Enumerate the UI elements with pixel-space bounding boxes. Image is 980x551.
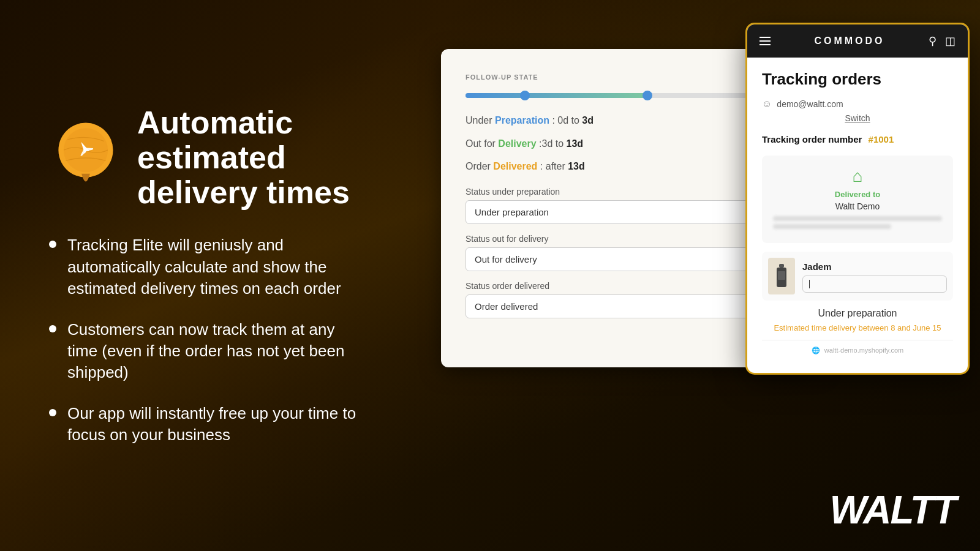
user-email-row: ☺ demo@waltt.com xyxy=(762,99,953,110)
order-number-row: Tracking order number #1001 xyxy=(762,134,953,144)
globe-icon: 🌐 xyxy=(812,347,820,354)
bullet-dot-3 xyxy=(49,409,56,416)
bullet-text-3: Our app will instantly free up your time… xyxy=(67,403,361,446)
store-url-row: 🌐 waltt-demo.myshopify.com xyxy=(762,340,953,361)
field-input-preparation[interactable]: Under preparation xyxy=(466,200,796,224)
svg-rect-5 xyxy=(779,264,784,268)
svg-rect-7 xyxy=(778,271,785,280)
delivered-to-name: Waltt Demo xyxy=(773,201,942,211)
brand-name: COMMODO xyxy=(814,36,884,47)
blurred-address-line-1 xyxy=(773,216,942,221)
range-delivered: Order Delivered : after 13d xyxy=(466,159,796,174)
logo-title-row: Automatic estimated delivery times xyxy=(49,105,361,211)
under-preparation-status: Under preparation xyxy=(762,308,953,319)
bullet-list: Tracking Elite will geniusly and automat… xyxy=(49,234,361,446)
bullet-text-1: Tracking Elite will geniusly and automat… xyxy=(67,234,361,299)
product-thumbnail xyxy=(768,258,795,294)
field-label-delivered: Status order delivered xyxy=(466,281,796,291)
delivered-to-label: Delivered to xyxy=(773,190,942,199)
field-input-delivered[interactable]: Order delivered xyxy=(466,294,796,318)
delivery-highlight: Delivery xyxy=(498,138,536,149)
main-title: Automatic estimated delivery times xyxy=(137,105,361,211)
preparation-highlight: Preparation xyxy=(495,115,549,126)
bullet-dot xyxy=(49,241,56,248)
bullet-item-1: Tracking Elite will geniusly and automat… xyxy=(49,234,361,299)
user-email-text: demo@waltt.com xyxy=(777,99,843,109)
header-icons: ⚲ ◫ xyxy=(929,34,956,48)
range-delivery: Out for Delivery :3d to 13d xyxy=(466,136,796,152)
search-icon[interactable]: ⚲ xyxy=(929,34,937,48)
home-icon: ⌂ xyxy=(773,167,942,186)
follow-up-slider-track[interactable] xyxy=(466,93,796,98)
bullet-item-2: Customers can now track them at any time… xyxy=(49,319,361,383)
left-section: Automatic estimated delivery times Track… xyxy=(0,0,392,551)
product-bottle-icon xyxy=(774,264,789,288)
status-fields: Status under preparation Under preparati… xyxy=(466,187,796,318)
hamburger-line-2 xyxy=(760,40,771,42)
delivered-highlight: Delivered xyxy=(493,161,537,171)
switch-link[interactable]: Switch xyxy=(762,113,953,123)
delivery-box: ⌂ Delivered to Waltt Demo xyxy=(762,156,953,243)
hamburger-line-1 xyxy=(760,37,771,38)
store-url-text: waltt-demo.myshopify.com xyxy=(824,347,903,354)
field-label-preparation: Status under preparation xyxy=(466,187,796,197)
tracking-panel-card: COMMODO ⚲ ◫ Tracking orders ☺ demo@waltt… xyxy=(747,24,968,373)
product-info: Jadem xyxy=(802,258,947,293)
bullet-item-3: Our app will instantly free up your time… xyxy=(49,403,361,446)
status-input-line[interactable] xyxy=(802,276,947,293)
order-number-value: #1001 xyxy=(869,134,894,144)
product-name: Jadem xyxy=(802,258,947,272)
estimated-time-text: Estimated time delivery between 8 and Ju… xyxy=(762,323,953,334)
product-row: Jadem xyxy=(762,252,953,301)
order-number-prefix: Tracking order number xyxy=(762,134,862,144)
tracking-orders-title: Tracking orders xyxy=(762,70,953,89)
slider-fill xyxy=(466,93,647,98)
field-label-delivery: Status out for delivery xyxy=(466,234,796,244)
cart-icon[interactable]: ◫ xyxy=(945,34,956,48)
user-icon: ☺ xyxy=(762,99,772,110)
right-section: FOLLOW-UP STATE Under Preparation : 0d t… xyxy=(392,0,980,551)
cursor-blink xyxy=(809,280,810,288)
tracking-panel-header: COMMODO ⚲ ◫ xyxy=(747,24,968,58)
field-input-delivery[interactable]: Out for delivery xyxy=(466,247,796,271)
hamburger-line-3 xyxy=(760,44,771,45)
bullet-text-2: Customers can now track them at any time… xyxy=(67,319,361,383)
blurred-address-line-2 xyxy=(773,224,891,229)
slider-thumb-left[interactable] xyxy=(520,91,530,100)
follow-up-state-label: FOLLOW-UP STATE xyxy=(466,73,796,81)
hamburger-icon[interactable] xyxy=(760,37,771,45)
bullet-dot-2 xyxy=(49,325,56,332)
range-preparation: Under Preparation : 0d to 3d xyxy=(466,113,796,129)
app-logo-icon xyxy=(49,121,123,195)
slider-thumb-right[interactable] xyxy=(643,91,652,100)
waltt-logo: WALTT xyxy=(829,487,956,533)
tracking-panel-body: Tracking orders ☺ demo@waltt.com Switch … xyxy=(747,58,968,373)
